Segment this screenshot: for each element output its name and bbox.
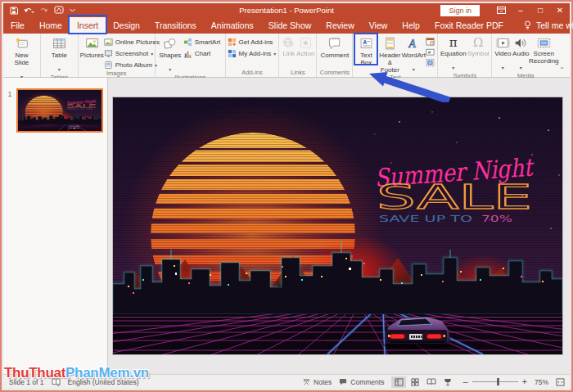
zoom-track[interactable]: [472, 381, 518, 382]
smartart-icon: [183, 38, 192, 47]
zoom-handle[interactable]: [497, 378, 499, 385]
action-icon: [300, 37, 312, 49]
slide-thumbnail-panel: 1: [3, 78, 108, 375]
get-addins-button[interactable]: Get Add-ins: [228, 36, 277, 47]
tab-animations[interactable]: Animations: [204, 17, 261, 34]
group-tables: Table Tables: [41, 34, 79, 77]
normal-view-button[interactable]: [391, 376, 406, 388]
group-links: Link Action Links: [279, 34, 317, 77]
screen-recording-label: Screen Recording: [529, 51, 558, 65]
slide-number-icon[interactable]: #: [426, 47, 435, 56]
svg-text:A: A: [408, 38, 416, 50]
symbol-icon: Ω: [473, 37, 483, 49]
reading-view-button[interactable]: [424, 376, 439, 388]
video-button[interactable]: Video: [494, 34, 512, 73]
pictures-button[interactable]: Pictures: [80, 34, 104, 60]
chart-icon: [183, 49, 192, 58]
group-symbols: π Equation Ω Symbol Symbols: [438, 34, 492, 77]
tab-design[interactable]: Design: [106, 17, 147, 34]
slide-thumbnail[interactable]: [16, 88, 103, 133]
group-addins: Get Add-ins My Add-ins Add-ins: [226, 34, 280, 77]
maximize-button[interactable]: □: [530, 3, 550, 17]
comment-button[interactable]: Comment: [319, 34, 350, 60]
pictures-icon: [85, 37, 99, 51]
undo-icon[interactable]: [24, 7, 34, 15]
chart-button[interactable]: Chart: [183, 47, 221, 59]
group-comments: Comment Comments: [317, 34, 353, 77]
notes-toggle[interactable]: Notes: [303, 378, 332, 386]
shapes-button[interactable]: Shapes: [157, 34, 183, 74]
close-button[interactable]: ✕: [550, 3, 570, 17]
symbol-label: Symbol: [467, 51, 490, 58]
screen-recording-icon: [537, 37, 551, 49]
tab-review[interactable]: Review: [318, 17, 361, 34]
sign-in-button[interactable]: Sign in: [440, 5, 480, 16]
slideshow-view-button[interactable]: [440, 376, 455, 388]
comments-toggle[interactable]: Comments: [339, 378, 384, 386]
link-button[interactable]: Link: [281, 34, 296, 58]
slide-editor[interactable]: [113, 97, 562, 354]
equation-button[interactable]: π Equation: [440, 34, 467, 73]
qat-customize-icon[interactable]: [70, 8, 75, 12]
tab-insert[interactable]: Insert: [70, 17, 106, 34]
wordart-button[interactable]: A WordArt: [402, 34, 425, 74]
tab-slide-show[interactable]: Slide Show: [261, 17, 319, 34]
group-label-comments: Comments: [317, 70, 352, 78]
slide-canvas: [108, 78, 570, 375]
new-slide-label: New Slide: [8, 52, 35, 67]
zoom-level[interactable]: 75%: [535, 378, 548, 386]
header-footer-icon: [384, 37, 396, 51]
action-button[interactable]: Action: [296, 34, 314, 58]
notes-label: Notes: [314, 378, 332, 386]
zoom-out-button[interactable]: –: [462, 377, 467, 386]
online-pictures-button[interactable]: Online Pictures: [104, 36, 160, 47]
symbol-button[interactable]: Ω Symbol: [467, 34, 490, 58]
comments-icon: [339, 378, 347, 385]
zoom-in-button[interactable]: +: [522, 377, 527, 386]
chevron-down-icon: [169, 60, 171, 74]
online-pictures-icon: [104, 38, 113, 47]
object-icon[interactable]: [426, 58, 435, 67]
tab-help[interactable]: Help: [395, 17, 427, 34]
video-icon: [496, 37, 510, 49]
tab-view[interactable]: View: [362, 17, 395, 34]
group-text: A Text Box Header & Footer A WordArt #: [353, 34, 438, 77]
tab-home[interactable]: Home: [32, 17, 70, 34]
tab-foxit[interactable]: Foxit Reader PDF: [427, 17, 511, 34]
table-button[interactable]: Table: [46, 34, 73, 74]
audio-button[interactable]: Audio: [512, 34, 530, 73]
redo-icon: [40, 7, 48, 15]
slide-number: 1: [3, 88, 16, 98]
text-box-button[interactable]: A Text Box: [354, 34, 377, 67]
photo-album-button[interactable]: Photo Album: [104, 59, 160, 70]
header-footer-button[interactable]: Header & Footer: [377, 34, 402, 74]
minimize-button[interactable]: –: [511, 3, 530, 17]
ribbon-display-options-icon[interactable]: [491, 3, 511, 17]
date-time-icon[interactable]: [426, 37, 435, 46]
photo-album-icon: [104, 61, 113, 70]
collapse-ribbon-icon[interactable]: ⌃: [559, 34, 570, 77]
ribbon-tabs: File Home Insert Design Transitions Anim…: [3, 17, 570, 34]
tab-file[interactable]: File: [3, 17, 32, 34]
svg-text:A: A: [363, 39, 367, 45]
new-slide-button[interactable]: New Slide: [8, 34, 35, 82]
my-addins-button[interactable]: My Add-ins: [228, 47, 277, 59]
screenshot-button[interactable]: Screenshot: [104, 47, 160, 59]
tell-me-box[interactable]: Tell me what you want to do: [524, 17, 573, 34]
save-icon[interactable]: [10, 7, 18, 15]
group-slides: New Slide Slides: [3, 34, 41, 77]
photo-album-label: Photo Album: [115, 61, 152, 69]
tab-transitions[interactable]: Transitions: [147, 17, 204, 34]
smartart-button[interactable]: SmartArt: [183, 36, 221, 47]
link-label: Link: [282, 51, 295, 58]
smartart-label: SmartArt: [195, 38, 221, 46]
fit-slide-icon[interactable]: [556, 378, 565, 386]
new-slide-icon: [15, 37, 29, 51]
slide-sorter-view-button[interactable]: [408, 376, 422, 388]
chevron-down-icon: [413, 60, 415, 74]
lightbulb-icon: [524, 20, 531, 30]
foxit-stamp-icon[interactable]: [54, 6, 64, 15]
screen-recording-button[interactable]: Screen Recording: [530, 34, 557, 65]
chevron-down-icon: [58, 60, 61, 74]
watermark-part1: ThuThuat: [4, 365, 65, 381]
